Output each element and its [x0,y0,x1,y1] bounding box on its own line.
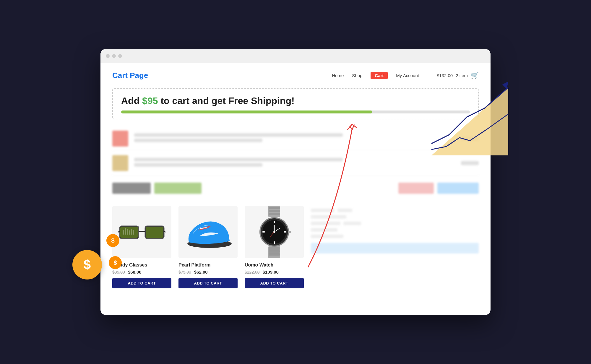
product-card-watch: Uomo Watch $122.00 $109.00 ADD TO CART [245,206,304,288]
right-blurred-content [311,206,479,254]
coin-large: $ [72,250,102,280]
svg-rect-32 [262,231,265,233]
cart-action-buttons-blurred [112,180,479,197]
svg-marker-39 [348,123,356,131]
svg-rect-24 [269,247,280,250]
product-image-watch [245,206,304,258]
browser-titlebar [100,49,491,63]
coin-small-1: $ [106,234,119,247]
cart-basket-icon[interactable]: 🛒 [471,72,479,79]
product-price-sale-glasses: $68.00 [128,269,142,274]
product-prices-shoe: $75.00 $62.00 [178,269,238,274]
coin-large-symbol: $ [84,257,91,272]
site-nav: Cart Page Home Shop Cart My Account $132… [112,71,479,80]
product-image-shoe [178,206,238,258]
product-price-original-glasses: $85.00 [112,270,125,274]
browser-body: Cart Page Home Shop Cart My Account $132… [100,63,491,303]
svg-rect-12 [129,230,130,235]
browser-window: $ $ $ Cart Page Home Shop Cart My Acco [100,49,491,315]
add-to-cart-button-shoe[interactable]: ADD TO CART [178,278,238,288]
svg-rect-22 [269,213,280,215]
svg-rect-14 [133,230,134,235]
cart-summary: $132.00 2 item 🛒 [437,72,479,79]
shipping-banner: Add $95 to cart and get Free Shipping! [112,88,479,119]
coin-small-2: $ [109,256,122,269]
cart-item-count: 2 item [456,73,468,78]
browser-dot-3 [118,54,122,58]
nav-cart[interactable]: Cart [371,72,388,79]
product-prices-glasses: $85.00 $68.00 [112,269,171,274]
shipping-amount: $95 [142,95,158,106]
nav-shop[interactable]: Shop [352,73,362,78]
svg-rect-34 [288,231,291,233]
svg-rect-21 [269,210,280,212]
svg-point-38 [273,231,275,233]
cart-item-text-2 [134,158,455,168]
product-price-original-watch: $122.00 [245,270,260,274]
browser-dot-2 [112,54,116,58]
add-to-cart-button-watch[interactable]: ADD TO CART [245,278,304,288]
product-image-glasses [112,206,171,258]
svg-rect-10 [125,228,126,235]
cart-total: $132.00 [437,73,453,78]
svg-rect-11 [127,229,128,235]
svg-line-18 [204,226,209,226]
product-name-shoe: Pearl Platform [178,262,238,268]
product-prices-watch: $122.00 $109.00 [245,269,304,274]
product-price-original-shoe: $75.00 [178,270,191,274]
nav-myaccount[interactable]: My Account [396,73,419,78]
site-logo: Cart Page [112,71,148,80]
cart-item-thumb-1 [112,131,128,147]
svg-rect-25 [269,250,280,253]
cart-row-2 [112,151,479,176]
svg-rect-26 [269,253,280,256]
cart-row-1 [112,126,479,151]
shipping-prefix: Add [121,95,142,106]
cart-rows-blurred [112,126,479,197]
product-card-glasses: Trendy Glasses $85.00 $68.00 ADD TO CART [112,206,171,288]
svg-rect-33 [284,231,286,233]
nav-home[interactable]: Home [332,73,344,78]
svg-rect-5 [146,227,163,238]
progress-bar-fill [121,110,372,113]
product-name-watch: Uomo Watch [245,262,304,268]
svg-marker-1 [502,82,508,89]
browser-dot-1 [106,54,110,58]
svg-rect-31 [274,241,275,244]
svg-rect-13 [131,229,132,235]
coin-small-1-symbol: $ [111,237,114,244]
product-card-shoe: Pearl Platform $75.00 $62.00 ADD TO CART [178,206,238,288]
nav-links: Home Shop Cart My Account [332,72,419,79]
svg-rect-30 [274,221,275,223]
shipping-text: Add $95 to cart and get Free Shipping! [121,95,470,106]
shipping-suffix: to cart and get Free Shipping! [158,95,294,106]
product-price-sale-watch: $109.00 [263,269,279,274]
cart-item-text-1 [134,133,455,144]
add-to-cart-button-glasses[interactable]: ADD TO CART [112,278,171,288]
svg-rect-20 [269,207,280,209]
cart-item-thumb-2 [112,155,128,171]
progress-bar-background [121,110,470,113]
products-section: Trendy Glasses $85.00 $68.00 ADD TO CART [112,206,479,288]
coin-small-2-symbol: $ [113,259,117,266]
svg-rect-9 [123,230,124,235]
product-price-sale-shoe: $62.00 [194,269,208,274]
